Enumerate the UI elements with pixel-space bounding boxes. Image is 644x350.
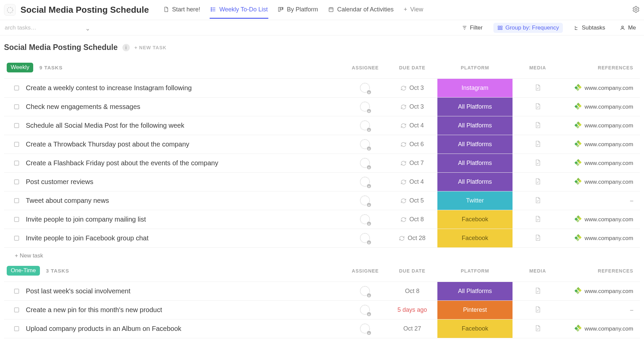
due-date-cell[interactable]: 5 days ago [387, 306, 437, 313]
platform-cell[interactable]: All Platforms [437, 173, 513, 191]
reference-link[interactable]: www.company.com [585, 104, 633, 110]
media-cell[interactable] [513, 305, 563, 315]
status-checkbox[interactable] [14, 236, 19, 241]
status-checkbox[interactable] [14, 289, 19, 294]
status-checkbox[interactable] [14, 161, 19, 166]
chevron-down-icon[interactable]: ⌄ [85, 25, 90, 32]
media-cell[interactable] [513, 324, 563, 334]
reference-link[interactable]: www.company.com [585, 326, 633, 332]
reference-link[interactable]: www.company.com [585, 141, 633, 148]
group-by-button[interactable]: Group by: Frequency [493, 23, 563, 33]
tab-weekly-to-do-list[interactable]: Weekly To-Do List [210, 1, 268, 19]
references-cell[interactable]: www.company.com [563, 160, 640, 167]
task-row[interactable]: Create a Flashback Friday post about the… [4, 154, 640, 173]
new-task-button[interactable]: + New task [4, 248, 640, 259]
col-assignee[interactable]: ASSIGNEE [343, 268, 387, 274]
due-date-cell[interactable]: Oct 3 [387, 84, 437, 92]
references-cell[interactable]: www.company.com [563, 141, 640, 148]
assignee-cell[interactable]: + [343, 120, 387, 131]
task-name[interactable]: Upload company products in an Album on F… [26, 325, 181, 333]
task-row[interactable]: Create a Throwback Thursday post about t… [4, 135, 640, 154]
task-row[interactable]: Invite people to join company mailing li… [4, 210, 640, 229]
task-row[interactable]: Create a weekly contest to increase Inst… [4, 79, 640, 98]
due-date-cell[interactable]: Oct 4 [387, 178, 437, 185]
platform-cell[interactable]: Instagram [437, 79, 513, 97]
task-row[interactable]: Schedule all Social Media Post for the f… [4, 116, 640, 135]
task-name[interactable]: Schedule all Social Media Post for the f… [26, 122, 184, 129]
task-row[interactable]: Post customer reviews+Oct 4All Platforms… [4, 173, 640, 191]
platform-cell[interactable]: Twitter [437, 191, 513, 210]
due-date-cell[interactable]: Oct 7 [387, 160, 437, 167]
task-name[interactable]: Post last week's social involvement [26, 287, 130, 295]
task-name[interactable]: Create a Flashback Friday post about the… [26, 159, 218, 167]
assignee-cell[interactable]: + [343, 286, 387, 297]
media-cell[interactable] [513, 215, 563, 224]
add-view-button[interactable]: +View [403, 1, 424, 19]
due-date-cell[interactable]: Oct 5 [387, 197, 437, 204]
status-checkbox[interactable] [14, 179, 19, 184]
media-cell[interactable] [513, 83, 563, 93]
reference-link[interactable]: www.company.com [585, 85, 633, 92]
assignee-cell[interactable]: + [343, 102, 387, 112]
task-name[interactable]: Post customer reviews [26, 178, 93, 186]
col-due-date[interactable]: DUE DATE [387, 268, 437, 274]
status-checkbox[interactable] [14, 123, 19, 128]
references-cell[interactable]: www.company.com [563, 216, 640, 223]
reference-link[interactable]: www.company.com [585, 160, 633, 167]
references-cell[interactable]: www.company.com [563, 104, 640, 110]
reference-link[interactable]: www.company.com [585, 179, 633, 185]
reference-link[interactable]: www.company.com [585, 122, 633, 129]
platform-cell[interactable]: All Platforms [437, 98, 513, 116]
task-name[interactable]: Create a weekly contest to increase Inst… [26, 84, 192, 92]
col-platform[interactable]: PLATFORM [437, 65, 513, 70]
platform-cell[interactable]: All Platforms [437, 154, 513, 172]
assignee-cell[interactable]: + [343, 214, 387, 225]
platform-cell[interactable]: All Platforms [437, 282, 513, 300]
task-name[interactable]: Create a Throwback Thursday post about t… [26, 140, 189, 148]
status-checkbox[interactable] [14, 307, 19, 312]
platform-cell[interactable]: Pinterest [437, 301, 513, 319]
due-date-cell[interactable]: Oct 28 [387, 235, 437, 242]
assignee-cell[interactable]: + [343, 195, 387, 206]
assignee-cell[interactable]: + [343, 324, 387, 334]
media-cell[interactable] [513, 159, 563, 168]
col-media[interactable]: MEDIA [513, 65, 563, 70]
filter-button[interactable]: Filter [458, 23, 487, 33]
assignee-cell[interactable]: + [343, 83, 387, 94]
reference-link[interactable]: www.company.com [585, 235, 633, 242]
status-checkbox[interactable] [14, 85, 19, 91]
references-cell[interactable]: – [563, 307, 640, 313]
task-row[interactable]: Invite people to join Facebook group cha… [4, 229, 640, 248]
col-assignee[interactable]: ASSIGNEE [343, 65, 387, 70]
assignee-cell[interactable]: + [343, 139, 387, 150]
assignee-cell[interactable]: + [343, 305, 387, 315]
media-cell[interactable] [513, 177, 563, 187]
reference-link[interactable]: www.company.com [585, 288, 633, 295]
status-checkbox[interactable] [14, 104, 19, 109]
task-name[interactable]: Tweet about company news [26, 197, 109, 205]
status-checkbox[interactable] [14, 142, 19, 147]
task-row[interactable]: Create a new pin for this month's new pr… [4, 301, 640, 319]
col-references[interactable]: REFERENCES [563, 65, 640, 70]
col-due-date[interactable]: DUE DATE [387, 65, 437, 70]
new-task-header-button[interactable]: + NEW TASK [135, 45, 167, 50]
task-name[interactable]: Create a new pin for this month's new pr… [26, 306, 162, 314]
tab-calendar-of-activities[interactable]: Calendar of Activities [327, 1, 394, 19]
section-badge[interactable]: Weekly [7, 63, 33, 72]
media-cell[interactable] [513, 234, 563, 243]
platform-cell[interactable]: Facebook [437, 229, 513, 247]
info-icon[interactable]: i [122, 44, 130, 51]
tab-by-platform[interactable]: By Platform [277, 1, 319, 19]
media-cell[interactable] [513, 196, 563, 206]
references-cell[interactable]: www.company.com [563, 122, 640, 129]
platform-cell[interactable]: Facebook [437, 210, 513, 229]
task-row[interactable]: Check new engagements & messages+Oct 3Al… [4, 98, 640, 116]
col-platform[interactable]: PLATFORM [437, 268, 513, 274]
references-cell[interactable]: – [563, 197, 640, 204]
due-date-cell[interactable]: Oct 8 [387, 288, 437, 295]
assignee-cell[interactable]: + [343, 177, 387, 187]
task-name[interactable]: Invite people to join company mailing li… [26, 216, 146, 223]
task-row[interactable]: Post last week's social involvement+Oct … [4, 282, 640, 301]
media-cell[interactable] [513, 287, 563, 296]
media-cell[interactable] [513, 140, 563, 149]
